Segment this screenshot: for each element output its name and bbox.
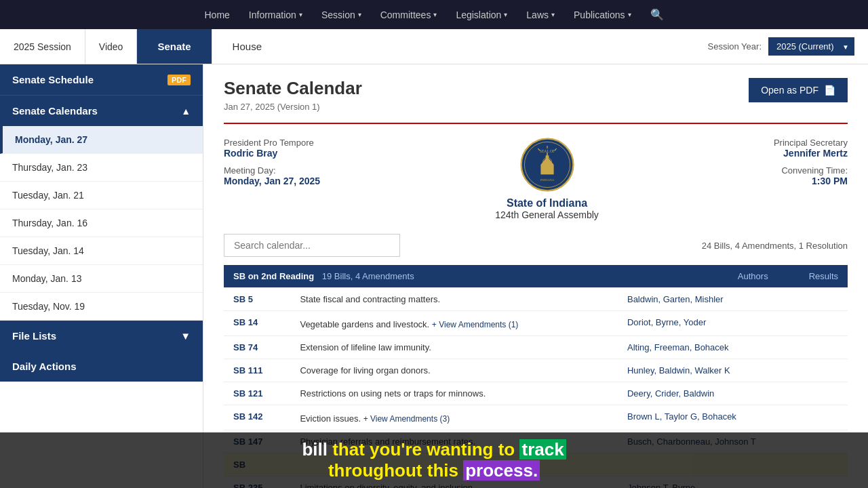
top-nav: Home Information ▾ Session ▾ Committees … — [0, 0, 868, 29]
session-bar: 2025 Session Video Senate House Session … — [0, 29, 868, 64]
session-year-select[interactable]: 2025 (Current) — [768, 37, 854, 56]
information-chevron-icon: ▾ — [299, 11, 302, 18]
subtitle-word-to: to — [498, 439, 520, 460]
bill-authors[interactable]: Deery, Crider, Baldwin — [627, 388, 714, 399]
bill-number[interactable]: SB 74 — [233, 342, 258, 352]
bill-authors[interactable]: Baldwin, Garten, Mishler — [627, 294, 724, 304]
main-layout: Senate Schedule PDF Senate Calendars ▲ M… — [0, 64, 868, 488]
bill-description: Eviction issues. + View Amendments (3) — [290, 405, 618, 430]
table-row: SB 74 Extension of lifeline law immunity… — [224, 336, 848, 359]
subtitle-word-youre: you're — [370, 439, 427, 460]
content-area: Senate Calendar Jan 27, 2025 (Version 1)… — [203, 64, 868, 488]
subtitle-word-process: process. — [463, 460, 540, 481]
search-summary-bar: 24 Bills, 4 Amendments, 1 Resolution — [224, 234, 848, 257]
assembly-name: 124th General Assembly — [495, 209, 599, 220]
pdf-file-icon: 📄 — [824, 85, 835, 96]
nav-session[interactable]: Session ▾ — [321, 9, 361, 20]
sidebar-daily-actions[interactable]: Daily Actions — [0, 351, 203, 382]
bill-number[interactable]: SB 142 — [233, 411, 262, 422]
bill-authors[interactable]: Hunley, Baldwin, Walker K — [627, 365, 730, 375]
nav-laws[interactable]: Laws ▾ — [526, 9, 555, 20]
bill-results — [821, 405, 848, 430]
sidebar-date-monday-jan27[interactable]: Monday, Jan. 27 — [0, 126, 203, 154]
nav-publications[interactable]: Publications ▾ — [574, 9, 631, 20]
bill-authors[interactable]: Alting, Freeman, Bohacek — [627, 342, 729, 352]
content-date: Jan 27, 2025 (Version 1) — [224, 102, 362, 112]
session-year-section: Session Year: 2025 (Current) — [694, 29, 868, 64]
secretary-info: Principal Secretary Jennifer Mertz Conve… — [774, 138, 848, 186]
state-seal-image: SEAL OF INDIANA — [520, 138, 574, 192]
table-row: SB 5 State fiscal and contracting matter… — [224, 288, 848, 311]
page-title: Senate Calendar — [224, 78, 362, 99]
sidebar: Senate Schedule PDF Senate Calendars ▲ M… — [0, 64, 203, 488]
nav-search-button[interactable]: 🔍 — [650, 8, 664, 21]
bill-number[interactable]: SB 111 — [233, 365, 262, 375]
committees-chevron-icon: ▾ — [433, 11, 437, 18]
state-name: State of Indiana — [507, 197, 587, 209]
bill-number[interactable]: SB 121 — [233, 388, 262, 399]
sidebar-senate-calendars[interactable]: Senate Calendars ▲ — [0, 95, 203, 126]
bill-number[interactable]: SB 5 — [233, 294, 253, 304]
pdf-icon: PDF — [167, 75, 191, 85]
sidebar-date-thursday-jan23[interactable]: Thursday, Jan. 23 — [0, 154, 203, 182]
sidebar-date-tuesday-jan14[interactable]: Tuesday, Jan. 14 — [0, 237, 203, 265]
meeting-day-value: Monday, Jan 27, 2025 — [224, 176, 320, 186]
nav-committees[interactable]: Committees ▾ — [380, 9, 437, 20]
subtitle-overlay: bill that you're wanting to track throug… — [0, 432, 868, 488]
sidebar-date-tuesday-jan21[interactable]: Tuesday, Jan. 21 — [0, 182, 203, 209]
president-value: Rodric Bray — [224, 148, 320, 159]
subtitle-line1: bill that you're wanting to track — [7, 439, 861, 460]
convening-time-label: Convening Time: — [774, 165, 848, 176]
senate-tab[interactable]: Senate — [137, 29, 211, 64]
table-row: SB 142 Eviction issues. + View Amendment… — [224, 405, 848, 430]
bill-results — [821, 382, 848, 405]
section-header-cell: SB on 2nd Reading 19 Bills, 4 Amendments… — [224, 265, 848, 288]
summary-text: 24 Bills, 4 Amendments, 1 Resolution — [702, 241, 848, 251]
file-lists-label: File Lists — [12, 330, 56, 342]
sidebar-date-tuesday-nov19[interactable]: Tuesday, Nov. 19 — [0, 293, 203, 321]
view-amendments-link[interactable]: + View Amendments (3) — [363, 414, 450, 424]
section-count: 19 Bills, 4 Amendments — [322, 271, 414, 281]
bill-authors[interactable]: Doriot, Byrne, Yoder — [627, 317, 706, 327]
senate-schedule-label: Senate Schedule — [12, 74, 94, 85]
session-year-label: Session Year: — [707, 41, 762, 52]
meeting-day-label: Meeting Day: — [224, 165, 320, 176]
table-row: SB 14 Vegetable gardens and livestock. +… — [224, 311, 848, 336]
section-header-label: SB on 2nd Reading — [233, 271, 314, 281]
laws-chevron-icon: ▾ — [551, 11, 555, 18]
open-pdf-button[interactable]: Open as PDF 📄 — [749, 78, 848, 102]
svg-text:INDIANA: INDIANA — [540, 178, 554, 182]
sidebar-file-lists[interactable]: File Lists ▼ — [0, 321, 203, 351]
session-chevron-icon: ▾ — [358, 11, 361, 18]
nav-home[interactable]: Home — [204, 9, 229, 20]
bill-authors[interactable]: Brown L, Taylor G, Bohacek — [627, 411, 736, 422]
subtitle-word-that: that — [332, 439, 370, 460]
video-button[interactable]: Video — [85, 29, 138, 64]
bill-results — [821, 359, 848, 382]
subtitle-word-bill: bill — [302, 439, 332, 460]
table-row: SB 121 Restrictions on using nets or tra… — [224, 382, 848, 405]
open-pdf-label: Open as PDF — [761, 85, 818, 96]
view-amendments-link[interactable]: + View Amendments (1) — [432, 320, 519, 329]
sidebar-senate-schedule[interactable]: Senate Schedule PDF — [0, 64, 203, 95]
bill-results — [821, 336, 848, 359]
search-input[interactable] — [224, 234, 400, 257]
house-tab[interactable]: House — [212, 29, 282, 64]
authors-column-label: Authors — [738, 271, 768, 281]
nav-legislation[interactable]: Legislation ▾ — [456, 9, 507, 20]
nav-information[interactable]: Information ▾ — [249, 9, 302, 20]
convening-time-value: 1:30 PM — [774, 176, 848, 186]
president-info: President Pro Tempore Rodric Bray Meetin… — [224, 138, 320, 186]
subtitle-word-throughout: throughout — [328, 460, 427, 481]
secretary-label: Principal Secretary — [774, 138, 848, 148]
subtitle-word-track: track — [519, 439, 566, 460]
legislation-chevron-icon: ▾ — [504, 11, 507, 18]
content-divider — [224, 123, 848, 124]
sidebar-date-thursday-jan16[interactable]: Thursday, Jan. 16 — [0, 209, 203, 237]
bill-number[interactable]: SB 14 — [233, 317, 258, 327]
table-row: SB 111 Coverage for living organ donors.… — [224, 359, 848, 382]
sidebar-date-monday-jan13[interactable]: Monday, Jan. 13 — [0, 265, 203, 293]
state-seal-section: SEAL OF INDIANA State of Indiana — [495, 138, 599, 220]
publications-chevron-icon: ▾ — [628, 11, 631, 18]
senate-calendars-label: Senate Calendars — [12, 105, 98, 117]
